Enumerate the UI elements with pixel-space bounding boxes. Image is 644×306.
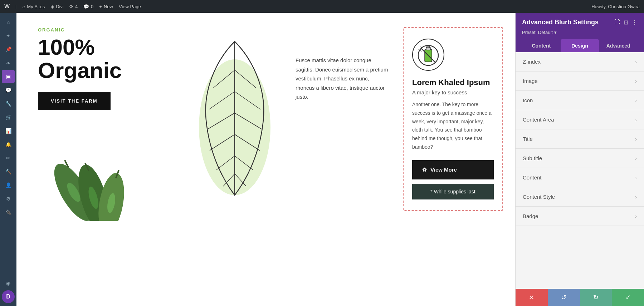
sidebar-icon-woo[interactable]: 🛒 <box>2 111 15 124</box>
comments-link[interactable]: 💬 0 <box>83 4 93 9</box>
left-sidebar: ⌂ ✦ 📌 ❧ ▣ 💬 🔧 🛒 📊 🔔 ✏ 🔨 👤 ⚙ 🔌 ◉ D <box>0 13 16 306</box>
section-content-area-header[interactable]: Content Area › <box>516 110 644 129</box>
organic-title: 100%Organic <box>38 35 174 82</box>
sidebar-icon-bell[interactable]: 🔔 <box>2 138 15 151</box>
sidebar-icon-plugin[interactable]: 🔌 <box>2 206 15 219</box>
panel-preset[interactable]: Preset: Default ▾ <box>522 30 638 35</box>
section-content-header[interactable]: Content › <box>516 168 644 187</box>
panel-tabs: Content Design Advanced <box>522 39 638 52</box>
topbar: W | ⌂ My Sites ◈ Divi ⟳ 4 💬 0 + New View… <box>0 0 644 13</box>
blurb-card: Lorem Khaled Ipsum A major key to succes… <box>403 27 503 211</box>
section-title-chevron: › <box>635 136 637 142</box>
view-more-button[interactable]: ✿ View More <box>412 160 494 179</box>
sidebar-icon-modules[interactable]: ❧ <box>2 56 15 69</box>
blurb-subtitle: A major key to success <box>412 89 494 95</box>
leaf-illustration <box>192 27 278 213</box>
tab-content[interactable]: Content <box>522 39 561 52</box>
section-image-chevron: › <box>635 78 637 84</box>
sidebar-icon-wrench[interactable]: 🔧 <box>2 97 15 110</box>
section-icon-label: Icon <box>523 97 533 103</box>
visit-farm-button[interactable]: VISIT THE FARM <box>38 92 111 110</box>
home-icon: ⌂ <box>23 4 25 9</box>
sidebar-icon-divi-d[interactable]: D <box>2 290 15 303</box>
sidebar-icon-settings[interactable]: ⚙ <box>2 192 15 205</box>
divi-icon: ◈ <box>50 4 54 9</box>
settings-panel: Advanced Blurb Settings ⛶ ⊡ ⋮ Preset: De… <box>515 13 644 306</box>
leaf-icon: ✿ <box>422 167 427 173</box>
section-title: Title › <box>516 129 644 149</box>
sidebar-icon-pin[interactable]: 📌 <box>2 43 15 56</box>
sidebar-icon-hammer[interactable]: 🔨 <box>2 165 15 178</box>
section-content-area: Content Area › <box>516 110 644 129</box>
new-link[interactable]: + New <box>99 4 113 9</box>
section-content-style-label: Content Style <box>523 194 555 200</box>
panel-content: Z-index › Image › Icon › Content Area <box>516 52 644 289</box>
section-content-label: Content <box>523 174 542 181</box>
section-content-style-chevron: › <box>635 194 637 200</box>
blurb-body: Another one. The key to more success is … <box>412 100 494 152</box>
section-zindex-label: Z-index <box>523 59 541 65</box>
section-title-label: Title <box>523 136 533 142</box>
sync-link[interactable]: ⟳ 4 <box>69 4 78 9</box>
sidebar-icon-pages[interactable]: ▣ <box>2 70 15 83</box>
redo-button[interactable]: ↻ <box>580 289 612 306</box>
section-image-header[interactable]: Image › <box>516 71 644 90</box>
section-badge-header[interactable]: Badge › <box>516 207 644 226</box>
body-text: Fusce mattis vitae dolor congue sagittis… <box>296 56 389 102</box>
cancel-button[interactable]: ✕ <box>516 289 548 306</box>
zucchini-image <box>38 128 174 222</box>
divi-link[interactable]: ◈ Divi <box>50 4 64 9</box>
sidebar-icon-comments[interactable]: 💬 <box>2 84 15 97</box>
comment-icon: 💬 <box>83 4 89 9</box>
preset-chevron: ▾ <box>554 30 557 35</box>
view-page-link[interactable]: View Page <box>119 4 141 9</box>
section-content: Content › <box>516 168 644 187</box>
plus-icon: + <box>99 4 102 9</box>
page-canvas: ORGANIC 100%Organic VISIT THE FARM <box>16 13 515 306</box>
section-content-style: Content Style › <box>516 187 644 207</box>
section-subtitle: Sub title › <box>516 149 644 168</box>
sidebar-icon-home[interactable]: ⌂ <box>2 16 15 29</box>
split-icon[interactable]: ⊡ <box>624 19 628 26</box>
sidebar-icon-edit[interactable]: ✏ <box>2 152 15 164</box>
section-zindex-chevron: › <box>635 59 637 65</box>
section-subtitle-label: Sub title <box>523 155 542 161</box>
sidebar-icon-user[interactable]: 👤 <box>2 179 15 192</box>
user-greeting: Howdy, Christina Gwira <box>591 4 640 9</box>
organic-section: ORGANIC 100%Organic VISIT THE FARM <box>16 13 515 306</box>
save-button[interactable]: ✓ <box>612 289 644 306</box>
canvas-area: ORGANIC 100%Organic VISIT THE FARM <box>16 13 515 306</box>
section-content-style-header[interactable]: Content Style › <box>516 187 644 206</box>
panel-footer: ✕ ↺ ↻ ✓ <box>516 289 644 306</box>
section-title-header[interactable]: Title › <box>516 129 644 148</box>
sidebar-icon-stats[interactable]: 📊 <box>2 124 15 137</box>
blurb-icon-circle <box>412 39 444 71</box>
section-content-chevron: › <box>635 175 637 181</box>
section-content-area-label: Content Area <box>523 117 554 123</box>
svg-rect-25 <box>427 46 430 48</box>
sidebar-icon-divi-dot[interactable]: ◉ <box>2 277 15 290</box>
tab-advanced[interactable]: Advanced <box>599 39 638 52</box>
wp-logo[interactable]: W <box>4 3 10 10</box>
panel-title-row: Advanced Blurb Settings ⛶ ⊡ ⋮ <box>522 19 638 26</box>
main-layout: ⌂ ✦ 📌 ❧ ▣ 💬 🔧 🛒 📊 🔔 ✏ 🔨 👤 ⚙ 🔌 ◉ D ORGANI… <box>0 13 644 306</box>
supplies-button[interactable]: * While supplies last <box>412 184 494 199</box>
sidebar-icon-star[interactable]: ✦ <box>2 29 15 42</box>
section-image: Image › <box>516 71 644 91</box>
my-sites-link[interactable]: ⌂ My Sites <box>23 4 45 9</box>
section-zindex: Z-index › <box>516 52 644 71</box>
section-badge: Badge › <box>516 207 644 226</box>
panel-header: Advanced Blurb Settings ⛶ ⊡ ⋮ Preset: De… <box>516 13 644 52</box>
section-subtitle-header[interactable]: Sub title › <box>516 149 644 168</box>
undo-button[interactable]: ↺ <box>548 289 580 306</box>
panel-title-icons: ⛶ ⊡ ⋮ <box>614 19 638 26</box>
more-options-icon[interactable]: ⋮ <box>632 19 638 26</box>
section-icon-header[interactable]: Icon › <box>516 91 644 110</box>
section-image-label: Image <box>523 78 538 84</box>
section-badge-label: Badge <box>523 213 538 219</box>
tab-design[interactable]: Design <box>561 39 599 52</box>
fullscreen-icon[interactable]: ⛶ <box>614 19 620 26</box>
left-content: ORGANIC 100%Organic VISIT THE FARM <box>38 27 174 222</box>
section-zindex-header[interactable]: Z-index › <box>516 52 644 71</box>
section-content-area-chevron: › <box>635 117 637 123</box>
